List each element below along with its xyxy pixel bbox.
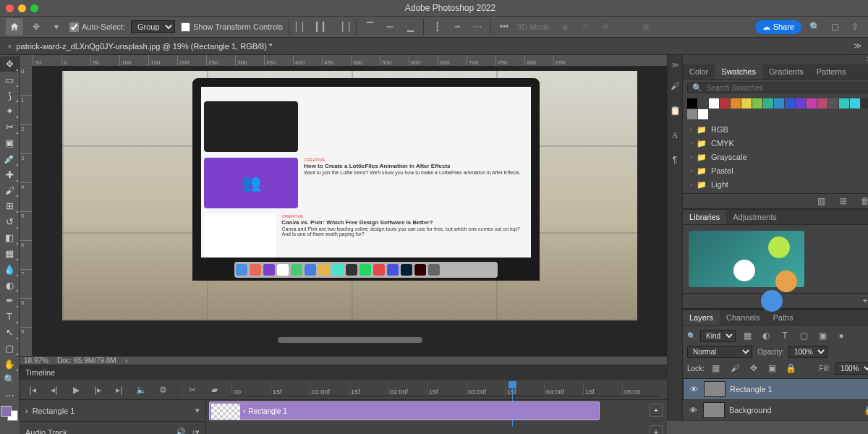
- wand-tool[interactable]: ✦: [0, 103, 19, 119]
- swatch[interactable]: [850, 98, 860, 109]
- filter-toggle-icon[interactable]: ●: [834, 328, 848, 343]
- swatch[interactable]: [741, 98, 752, 109]
- blur-tool[interactable]: 💧: [0, 262, 19, 277]
- audio-icon[interactable]: 🔊: [176, 427, 186, 434]
- tab-paths[interactable]: Paths: [767, 310, 800, 325]
- swatch-search[interactable]: 🔍: [687, 82, 868, 93]
- canvas-area[interactable]: 👥 CREATIVE How to Create a LottieFiles A…: [33, 67, 667, 356]
- 3d-slide-icon[interactable]: ↔: [618, 20, 633, 34]
- more-align-icon[interactable]: ⋯: [470, 20, 485, 34]
- add-library-icon[interactable]: +: [858, 294, 868, 308]
- layer-thumbnail[interactable]: [703, 402, 725, 418]
- delete-icon[interactable]: 🗑: [858, 194, 868, 208]
- share-button[interactable]: ☁Share: [755, 20, 801, 34]
- pen-tool[interactable]: ✒: [0, 293, 19, 308]
- next-frame-button[interactable]: |▸: [90, 383, 105, 397]
- align-center-h-icon[interactable]: ▎▎: [315, 20, 330, 34]
- swatch[interactable]: [796, 98, 806, 109]
- tab-adjustments[interactable]: Adjustments: [726, 210, 783, 224]
- swatch-folder[interactable]: ›📁RGB: [683, 123, 868, 137]
- minimize-window-button[interactable]: [18, 4, 26, 12]
- filter-adjust-icon[interactable]: ◐: [759, 328, 773, 343]
- history-brush-tool[interactable]: ↺: [0, 214, 19, 229]
- swatch[interactable]: [731, 98, 741, 109]
- swatch[interactable]: [698, 98, 708, 109]
- filter-type-icon[interactable]: T: [778, 328, 792, 343]
- align-left-icon[interactable]: ▏▏: [295, 20, 310, 34]
- layer-name[interactable]: Background: [729, 406, 772, 414]
- type-tool[interactable]: T: [0, 309, 19, 324]
- timeline-settings-icon[interactable]: ⚙: [156, 383, 170, 397]
- tab-channels[interactable]: Channels: [720, 310, 766, 325]
- tab-swatches[interactable]: Swatches: [715, 64, 762, 79]
- align-middle-v-icon[interactable]: ═: [383, 20, 397, 34]
- first-frame-button[interactable]: |◂: [25, 383, 40, 397]
- swatch[interactable]: [687, 98, 697, 109]
- visibility-toggle-icon[interactable]: 👁: [687, 406, 699, 414]
- crop-tool[interactable]: ✂: [0, 119, 19, 135]
- tab-overflow-icon[interactable]: ≫: [848, 41, 868, 51]
- transition-button[interactable]: ▰: [207, 383, 221, 397]
- swatch[interactable]: [763, 98, 773, 109]
- fill-input[interactable]: 100%: [835, 362, 868, 375]
- close-tab-icon[interactable]: ×: [7, 42, 12, 51]
- swatch[interactable]: [709, 98, 719, 109]
- collapse-panel-icon[interactable]: ≫: [683, 55, 868, 64]
- swatch[interactable]: [828, 98, 838, 109]
- visibility-toggle-icon[interactable]: 👁: [688, 385, 699, 393]
- timeline-track-area[interactable]: ›Rectangle 1 + +: [206, 400, 667, 434]
- lasso-tool[interactable]: ⟆: [0, 88, 19, 103]
- ruler-horizontal[interactable]: 5005010015020025030035040045050055060065…: [20, 55, 667, 67]
- align-bottom-icon[interactable]: ▁: [403, 20, 417, 34]
- swatch[interactable]: [839, 98, 849, 109]
- swatch-folder[interactable]: ›📁Pastel: [683, 164, 868, 178]
- eyedropper-tool[interactable]: 💉: [0, 151, 19, 166]
- ruler-vertical[interactable]: 0123456789: [20, 67, 33, 356]
- align-top-icon[interactable]: ▔: [362, 20, 377, 34]
- swatch[interactable]: [720, 98, 730, 109]
- move-tool[interactable]: ✥: [0, 56, 19, 72]
- lock-pixels-icon[interactable]: 🖌: [728, 361, 742, 375]
- swatch[interactable]: [785, 98, 795, 109]
- 3d-pan-icon[interactable]: ✥: [598, 20, 613, 34]
- prev-frame-button[interactable]: ◂|: [47, 383, 61, 397]
- swatch[interactable]: [774, 98, 784, 109]
- lock-all-icon[interactable]: 🔒: [784, 361, 799, 375]
- maximize-window-button[interactable]: [30, 4, 38, 12]
- 3d-roll-icon[interactable]: ⟲: [578, 20, 592, 34]
- status-menu-icon[interactable]: ›: [125, 357, 127, 365]
- dodge-tool[interactable]: ◐: [0, 278, 19, 293]
- filter-smart-icon[interactable]: ▣: [815, 328, 830, 343]
- track-menu-icon[interactable]: ▾: [195, 406, 200, 415]
- swatch[interactable]: [687, 109, 697, 119]
- export-icon[interactable]: ⇪: [848, 20, 862, 34]
- blend-mode-select[interactable]: Normal: [687, 346, 752, 358]
- opacity-input[interactable]: 100%: [788, 346, 827, 358]
- hand-tool[interactable]: ✋: [0, 357, 19, 372]
- workspace-icon[interactable]: ▢: [827, 20, 842, 34]
- swatch-folder[interactable]: ›📁Grayscale: [683, 150, 868, 164]
- document-tab[interactable]: × patrick-ward-z_dLXnQg0JY-unsplash.jpg …: [0, 38, 279, 54]
- distribute-h-icon[interactable]: ┇: [430, 20, 444, 34]
- distribute-v-icon[interactable]: ┅: [450, 20, 464, 34]
- layer-thumbnail[interactable]: [704, 381, 726, 397]
- 3d-camera-icon[interactable]: ▣: [639, 20, 653, 34]
- horizontal-scrollbar[interactable]: [278, 337, 422, 343]
- audio-track-header[interactable]: Audio Track 🔊♪▾: [20, 422, 205, 434]
- chevron-right-icon[interactable]: ≫: [671, 61, 678, 69]
- video-track-header[interactable]: › Rectangle 1 ▾: [20, 400, 205, 422]
- show-transform-checkbox[interactable]: Show Transform Controls: [181, 22, 283, 32]
- tab-layers[interactable]: Layers: [683, 310, 720, 325]
- tab-patterns[interactable]: Patterns: [810, 64, 853, 79]
- library-hero-image[interactable]: [689, 231, 804, 287]
- filter-shape-icon[interactable]: ▢: [796, 328, 811, 343]
- swatch[interactable]: [752, 98, 762, 109]
- heal-tool[interactable]: ✚: [0, 167, 19, 182]
- layer-row[interactable]: 👁 Rectangle 1: [683, 378, 868, 400]
- layer-filter-kind[interactable]: Kind: [700, 330, 736, 342]
- add-audio-button[interactable]: +: [650, 425, 663, 434]
- close-window-button[interactable]: [6, 4, 14, 12]
- 3d-orbit-icon[interactable]: ◉: [558, 20, 572, 34]
- zoom-tool[interactable]: 🔍: [0, 373, 19, 388]
- new-swatch-icon[interactable]: ⊞: [836, 194, 851, 208]
